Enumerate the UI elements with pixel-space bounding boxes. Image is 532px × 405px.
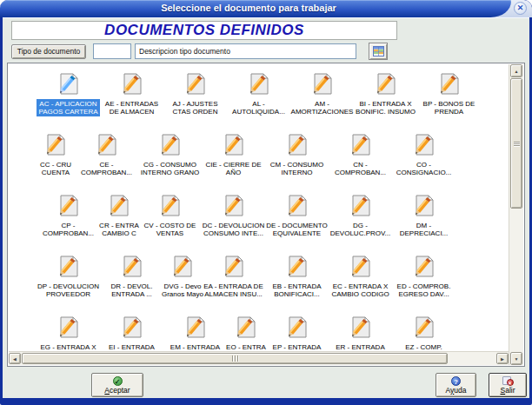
document-label-line1: BI - ENTRADA X	[359, 100, 411, 108]
scroll-left-icon[interactable]: ◀	[9, 353, 21, 364]
document-item[interactable]: CE - COMPROBAN...	[75, 128, 138, 189]
document-pencil-icon	[55, 314, 83, 340]
document-label: EP - ENTRADA PARA PROCESOS	[265, 342, 328, 351]
document-pencil-icon	[347, 192, 375, 218]
accept-button[interactable]: ✓ Aceptar	[91, 373, 143, 397]
exit-button[interactable]: ✕ Salir	[489, 373, 527, 397]
scroll-down-icon[interactable]: ▼	[510, 352, 522, 365]
document-item[interactable]: AM - AMORTIZACIONES	[290, 67, 354, 128]
document-item[interactable]: DM - DEPRECIACI...	[392, 189, 456, 249]
document-pencil-icon	[232, 314, 260, 340]
document-pencil-icon	[410, 192, 438, 218]
horizontal-scrollbar[interactable]: ◀ ▶	[9, 351, 509, 365]
document-item[interactable]: EZ - COMP. EGRESO PER...	[392, 310, 456, 351]
document-label-line2: EQUIVALENTE	[273, 229, 321, 237]
document-label-line2: DE ALMACEN	[110, 108, 155, 116]
document-item[interactable]: AL - AUTOLIQUIDA...	[227, 67, 290, 128]
document-item[interactable]: AC - APLICACION PAGOS CARTERA	[37, 67, 100, 128]
header-panel: DOCUMENTOS DEFINIDOS	[11, 21, 397, 40]
document-label: BP - BONOS DE PRENDA	[422, 99, 477, 116]
titlebar: Seleccione el documento para trabajar ✕	[0, 0, 532, 17]
description-input[interactable]: Descripcion tipo documento	[135, 43, 356, 59]
document-item[interactable]: CO - CONSIGNACIO...	[392, 128, 456, 189]
document-label-line1: CC - CRU	[40, 161, 71, 169]
document-label-line2: Granos Mayo	[162, 290, 203, 298]
document-item[interactable]: EO - ENTRA ALMACEN	[227, 310, 265, 351]
document-item[interactable]: CR - ENTRA CAMBIO C	[100, 189, 138, 249]
document-label-line2: VENTAS	[156, 229, 183, 237]
horizontal-scrollbar-thumb[interactable]	[22, 353, 448, 364]
exit-icon: ✕	[502, 376, 514, 386]
exit-button-label: Salir	[500, 387, 515, 395]
document-code-input[interactable]	[93, 43, 131, 59]
document-item[interactable]: EP - ENTRADA PARA PROCESOS	[265, 310, 329, 351]
document-pencil-icon	[42, 131, 70, 157]
document-label-line1: EZ - COMP.	[405, 343, 442, 351]
document-pencil-icon	[309, 70, 336, 96]
document-item[interactable]: BI - ENTRADA X BONIFIC. INSUMO	[354, 67, 417, 128]
document-pencil-icon	[347, 253, 375, 279]
document-label-line2: AUTOLIQUIDA...	[232, 108, 285, 116]
document-item[interactable]: AJ - AJUSTES CTAS ORDEN	[163, 67, 227, 128]
document-label-line2: PAGOS CARTERA	[38, 108, 97, 116]
document-pencil-icon	[220, 131, 248, 157]
document-pencil-icon	[372, 70, 400, 96]
document-item[interactable]: CIE - CIERRE DE AÑO	[202, 128, 265, 189]
document-label-line1: AE - ENTRADAS	[105, 100, 158, 108]
document-item[interactable]: DP - DEVOLUCION PROVEEDOR	[37, 249, 100, 310]
document-label-line1: EC - ENTRADA X	[333, 282, 389, 290]
document-item[interactable]: DG - DEVOLUC.PROV...	[329, 189, 392, 249]
document-item[interactable]: CC - CRU CUENTA	[37, 128, 75, 189]
document-item[interactable]: CM - CONSUMO INTERNO	[265, 128, 329, 189]
document-label: ER - ENTRADA MCIA. ROLD...	[334, 342, 386, 351]
document-label-line2: CUENTA	[42, 169, 70, 176]
document-label-line1: CR - ENTRA	[99, 222, 139, 229]
document-item[interactable]: EC - ENTRADA X CAMBIO CODIGO	[329, 249, 392, 310]
document-label-line2: ALMACEN INSU...	[204, 290, 263, 298]
document-item[interactable]: ER - ENTRADA MCIA. ROLD...	[329, 310, 392, 351]
document-item[interactable]: DE - DOCUMENTO EQUIVALENTE	[265, 189, 329, 249]
document-item[interactable]: EA - ENTRADA DE ALMACEN INSU...	[202, 249, 265, 310]
document-pencil-icon	[105, 192, 133, 218]
scroll-up-icon[interactable]: ▲	[510, 64, 522, 77]
document-label: CE - COMPROBAN...	[79, 160, 134, 177]
document-label-line2: COMPROBAN...	[81, 169, 132, 176]
lookup-grid-button[interactable]	[369, 43, 388, 60]
document-pencil-icon	[156, 192, 184, 218]
document-label-line1: EA - ENTRADA DE	[203, 282, 263, 290]
document-item[interactable]: EI - ENTRADA INSUMOS-PRO...	[100, 310, 163, 351]
document-item[interactable]: EG - ENTRADA X CAMB COD/G...	[37, 310, 100, 351]
document-pencil-icon	[55, 253, 83, 279]
vertical-scrollbar[interactable]: ▲ ▼	[509, 64, 523, 365]
documents-listbox: AC - APLICACION PAGOS CARTERA AE - ENTRA…	[7, 63, 525, 367]
document-label-line1: CM - CONSUMO	[270, 161, 323, 169]
document-label-line1: CE -	[100, 161, 114, 169]
document-item[interactable]: CN - COMPROBAN...	[329, 128, 392, 189]
document-label-line1: ER - ENTRADA	[336, 343, 384, 351]
document-item[interactable]: EM - ENTRADA MAQUILA- P...	[163, 310, 227, 351]
document-label-line2: CTAS ORDEN	[173, 108, 218, 116]
document-item[interactable]: BP - BONOS DE PRENDA	[417, 67, 481, 128]
document-label: DC - DEVOLUCION CONSUMO INTE...	[201, 221, 267, 238]
document-item[interactable]: CG - CONSUMO INTERNO GRANO	[138, 128, 202, 189]
document-item[interactable]: CP - COMPROBAN...	[37, 189, 100, 249]
document-pencil-icon	[182, 70, 209, 96]
document-pencil-icon	[55, 192, 83, 218]
document-item[interactable]: CV - COSTO DE VENTAS	[138, 189, 202, 249]
document-label: CP - COMPROBAN...	[41, 221, 96, 238]
document-label-line1: AM -	[315, 100, 329, 108]
document-pencil-icon	[169, 253, 196, 279]
dialog-body: DOCUMENTOS DEFINIDOS Tipo de documento D…	[3, 17, 529, 398]
document-item[interactable]: AE - ENTRADAS DE ALMACEN	[100, 67, 163, 128]
close-icon[interactable]: ✕	[514, 2, 527, 15]
document-item[interactable]: ED - COMPROB. EGRESO DAV...	[392, 249, 456, 310]
document-item[interactable]: DR - DEVOL. ENTRADA ...	[100, 249, 163, 310]
type-of-document-button[interactable]: Tipo de documento	[11, 44, 86, 59]
vertical-scrollbar-thumb[interactable]	[510, 78, 522, 209]
document-pencil-icon	[436, 70, 463, 96]
document-item[interactable]: DC - DEVOLUCION CONSUMO INTE...	[202, 189, 265, 249]
scroll-right-icon[interactable]: ▶	[496, 353, 509, 364]
document-item[interactable]: DVG - Devo Granos Mayo	[163, 249, 202, 310]
document-item[interactable]: EB - ENTRADA BONIFICACI...	[265, 249, 329, 310]
help-button[interactable]: ? Ayuda	[436, 373, 476, 397]
